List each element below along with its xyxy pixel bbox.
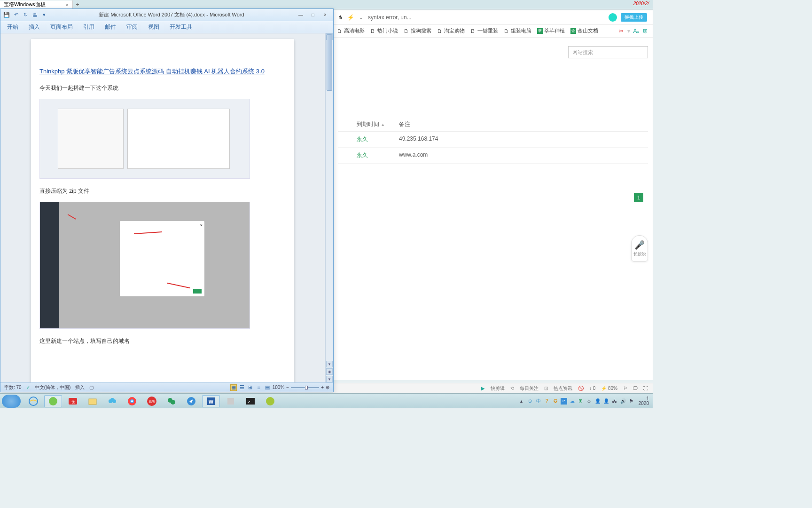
close-icon[interactable]: × xyxy=(320,11,330,19)
tray-clock[interactable]: 1 2020 xyxy=(637,397,651,406)
reload-icon[interactable]: ⟲ xyxy=(510,386,514,391)
ribbon-tab[interactable]: 开发工具 xyxy=(170,23,192,31)
tray-user2-icon[interactable]: 👤 xyxy=(603,398,609,405)
lightning-icon[interactable]: ⚡ xyxy=(347,14,354,21)
upload-button[interactable]: 拖拽上传 xyxy=(621,13,647,22)
bookmark-item[interactable]: 🗋一键重装 xyxy=(470,27,498,34)
ribbon-tab[interactable]: 审阅 xyxy=(126,23,138,31)
taskbar-app-explorer[interactable] xyxy=(84,395,102,407)
tray-flag-icon[interactable]: ⚑ xyxy=(628,398,635,405)
voice-button[interactable]: 🎤 长按说 xyxy=(631,235,648,262)
word-count[interactable]: 字数: 70 xyxy=(4,384,22,391)
ribbon-tab[interactable]: 页面布局 xyxy=(50,23,73,31)
start-button[interactable] xyxy=(2,395,21,408)
taskbar-app-word[interactable]: W xyxy=(202,395,220,407)
scroll-down-icon[interactable]: ▼ xyxy=(326,361,333,367)
taskbar-app-youku[interactable]: 优 xyxy=(64,395,82,407)
tray-cloud-icon[interactable]: ☁ xyxy=(569,398,576,405)
table-row[interactable]: 永久 www.a.com xyxy=(338,148,648,164)
ribbon-tab[interactable]: 引用 xyxy=(83,23,94,31)
view-web-icon[interactable]: ⊞ xyxy=(247,384,254,391)
tray-app-icon[interactable]: ✪ xyxy=(552,398,559,405)
prev-page-icon[interactable]: ◉ xyxy=(326,368,333,375)
scrollbar[interactable]: ▲ ▼ ◉ ▼ xyxy=(325,33,333,382)
col-note[interactable]: 备注 xyxy=(394,120,410,128)
taskbar-app-generic[interactable] xyxy=(222,395,240,407)
taskbar-app-cloud[interactable] xyxy=(103,395,121,407)
insert-mode[interactable]: 插入 xyxy=(75,384,85,391)
zoom-fit-icon[interactable]: ⊕ xyxy=(326,385,329,390)
save-icon[interactable]: 💾 xyxy=(3,12,10,18)
shield-icon[interactable]: ⛨ xyxy=(642,28,649,34)
tray-network-icon[interactable]: 🖧 xyxy=(611,398,618,405)
tray-volume-icon[interactable]: 🔊 xyxy=(620,398,626,405)
document-area[interactable]: Thinkphp 紫版优享智能广告系统云点系统源码 自动挂机赚钱 AI 机器人合… xyxy=(0,33,325,382)
status-item[interactable]: 热点资讯 xyxy=(554,385,572,392)
maximize-icon[interactable]: □ xyxy=(308,11,318,19)
bookmark-item[interactable]: 🗋组装电脑 xyxy=(504,27,531,34)
tray-pause-icon[interactable]: P xyxy=(561,398,567,405)
taskbar-app-android[interactable] xyxy=(261,395,279,407)
spell-icon[interactable]: ✓ xyxy=(26,385,30,390)
play-icon[interactable]: ▶ xyxy=(481,386,485,391)
taskbar-app-terminal[interactable]: > xyxy=(242,395,259,407)
macro-icon[interactable]: ▢ xyxy=(89,385,94,390)
zoom-in-icon[interactable]: + xyxy=(321,385,324,390)
tray-user-icon[interactable]: 👤 xyxy=(594,398,601,405)
print-icon[interactable]: 🖶 xyxy=(31,12,38,18)
col-time[interactable]: 到期时间 ▲ xyxy=(338,120,394,128)
taskbar-app-wechat[interactable] xyxy=(163,395,180,407)
taskbar-app-chrome[interactable] xyxy=(123,395,141,407)
page[interactable]: Thinkphp 紫版优享智能广告系统云点系统源码 自动挂机赚钱 AI 机器人合… xyxy=(31,39,294,382)
tray-help-icon[interactable]: ? xyxy=(544,398,550,405)
next-page-icon[interactable]: ▼ xyxy=(326,376,333,382)
view-read-icon[interactable]: ☰ xyxy=(239,384,245,391)
window-icon[interactable]: 🖵 xyxy=(633,386,638,391)
expand-icon[interactable]: ⊡ xyxy=(544,386,548,391)
taskbar-app-feishu[interactable] xyxy=(182,395,200,407)
zoom-level[interactable]: 100% xyxy=(273,385,285,390)
taskbar-app-screenshot[interactable]: 截图 xyxy=(143,395,161,407)
tray-ifly-icon[interactable]: ⊙ xyxy=(527,398,533,405)
zoom-out-icon[interactable]: − xyxy=(286,385,289,390)
view-print-icon[interactable]: ▦ xyxy=(230,384,237,391)
share-icon[interactable]: ⋔ xyxy=(337,14,344,21)
undo-icon[interactable]: ↶ xyxy=(13,12,19,18)
embedded-image[interactable] xyxy=(39,99,250,179)
status-item[interactable]: 快剪辑 xyxy=(491,385,505,392)
chevron-down-icon[interactable]: ⌄ xyxy=(358,14,364,21)
taskbar-app-ie[interactable] xyxy=(24,395,42,407)
ribbon-tab[interactable]: 邮件 xyxy=(105,23,116,31)
zoom-slider[interactable] xyxy=(291,387,319,388)
bookmark-item[interactable]: 🗋高清电影 xyxy=(337,27,365,34)
new-tab-button[interactable]: + xyxy=(73,1,82,8)
bookmark-item[interactable]: 🗋搜狗搜索 xyxy=(404,27,431,34)
view-outline-icon[interactable]: ≡ xyxy=(256,384,262,391)
view-draft-icon[interactable]: ▤ xyxy=(264,384,271,391)
minimize-icon[interactable]: — xyxy=(296,11,306,19)
extension-icon[interactable] xyxy=(609,13,617,22)
redo-icon[interactable]: ↻ xyxy=(22,12,29,18)
flag-icon[interactable]: ⚐ xyxy=(623,386,627,391)
tray-chevron-icon[interactable]: ▴ xyxy=(518,398,525,405)
bookmark-item[interactable]: 🗋淘宝购物 xyxy=(437,27,465,34)
cut-icon[interactable]: ✂ xyxy=(618,28,625,34)
status-item[interactable]: 每日关注 xyxy=(520,385,539,392)
site-search-input[interactable]: 网站搜索 xyxy=(568,46,648,58)
embedded-image[interactable]: × xyxy=(39,202,250,329)
more-icon[interactable]: ▾ xyxy=(41,12,47,18)
bookmark-item[interactable]: 🗋热门小说 xyxy=(370,27,398,34)
speaker-icon[interactable]: ⛶ xyxy=(643,386,648,391)
browser-tab[interactable]: 宝塔Windows面板 × xyxy=(0,0,73,9)
bookmark-item[interactable]: 金金山文档 xyxy=(570,27,598,34)
tray-input-icon[interactable]: 中 xyxy=(535,398,542,405)
language[interactable]: 中文(简体，中国) xyxy=(35,384,71,391)
taskbar-app-browser[interactable] xyxy=(44,395,62,407)
bookmark-item[interactable]: 莘莘芊种植 xyxy=(537,27,565,34)
block-icon[interactable]: 🚫 xyxy=(578,386,584,391)
translate-icon[interactable]: Aₐ xyxy=(633,28,640,34)
table-row[interactable]: 永久 49.235.168.174 xyxy=(338,132,648,148)
pagination-page[interactable]: 1 xyxy=(634,193,643,202)
scroll-thumb[interactable] xyxy=(327,34,332,91)
close-icon[interactable]: × xyxy=(66,2,69,8)
